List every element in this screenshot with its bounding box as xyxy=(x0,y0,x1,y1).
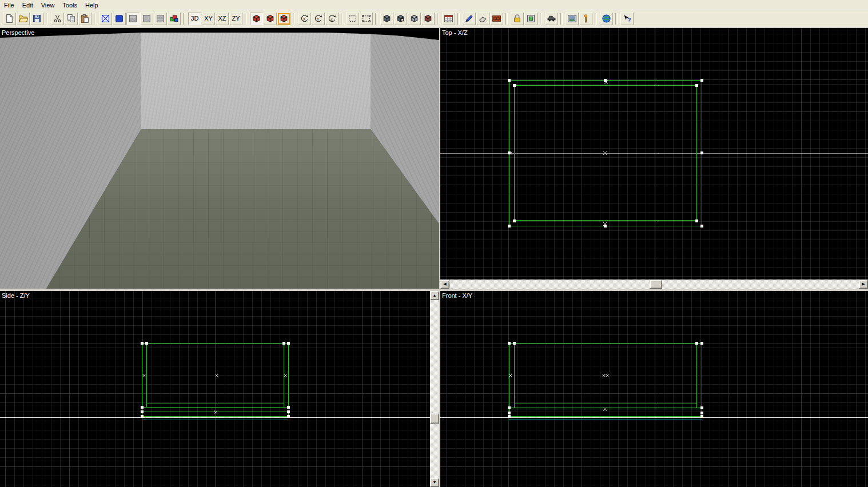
menu-file[interactable]: File xyxy=(0,1,18,9)
rotate-z-button[interactable]: Z xyxy=(325,13,339,25)
cube-maroon-icon xyxy=(423,14,433,23)
view-zy-button-label: ZY xyxy=(232,15,240,22)
match-button[interactable] xyxy=(579,13,592,25)
vertical-scroll-thumb[interactable] xyxy=(430,413,439,424)
scroll-up-button[interactable]: ▲ xyxy=(430,291,439,300)
view-3d-button[interactable]: 3D xyxy=(188,13,201,25)
subtract-block-button[interactable] xyxy=(421,13,435,25)
toolbar-separator xyxy=(341,13,343,25)
pen-icon xyxy=(464,14,474,23)
menu-bar: File Edit View Tools Help xyxy=(0,0,868,10)
table-icon xyxy=(444,14,453,23)
eraser-tool-button[interactable] xyxy=(476,13,489,25)
pen-tool-button[interactable] xyxy=(463,13,476,25)
right-arrow-icon: ▶ xyxy=(862,282,865,286)
scissors-icon xyxy=(53,14,62,23)
menu-tools[interactable]: Tools xyxy=(58,1,81,9)
lock-button[interactable] xyxy=(511,13,524,25)
rotate-x-button[interactable]: X xyxy=(298,13,311,25)
selected-brush-group[interactable] xyxy=(142,344,289,420)
striped-view-button[interactable] xyxy=(154,13,167,25)
toolbar-separator xyxy=(457,13,460,25)
side-viewport[interactable]: Side - Z/Y xyxy=(0,291,430,487)
cube-dark-icon xyxy=(382,14,392,23)
scroll-down-button[interactable]: ▼ xyxy=(430,478,439,487)
texture-table-button[interactable] xyxy=(442,13,455,25)
color-square-icon xyxy=(169,14,179,23)
scroll-right-button[interactable]: ▶ xyxy=(859,280,868,289)
view-xz-button[interactable]: XZ xyxy=(216,13,229,25)
view-zy-button[interactable]: ZY xyxy=(229,13,242,25)
hollow-block-button[interactable] xyxy=(380,13,393,25)
stripe-square-icon xyxy=(156,14,165,23)
up-arrow-icon: ▲ xyxy=(433,293,437,297)
blue-square-icon xyxy=(114,14,124,23)
red-cube-icon xyxy=(252,14,261,23)
paste-button[interactable] xyxy=(78,13,91,25)
open-file-button[interactable] xyxy=(17,13,30,25)
marquee-icon xyxy=(348,14,357,23)
rotate-x-icon: X xyxy=(300,14,309,23)
car-icon xyxy=(547,14,556,23)
carve-block-button[interactable] xyxy=(394,13,407,25)
group-block-button[interactable] xyxy=(408,13,421,25)
menu-help[interactable]: Help xyxy=(81,1,102,9)
front-viewport[interactable]: Front - X/Y xyxy=(440,291,868,487)
transform-select-button[interactable] xyxy=(360,13,373,25)
cut-button[interactable] xyxy=(51,13,64,25)
svg-text:X: X xyxy=(303,17,306,21)
entity-icon xyxy=(526,14,536,23)
marquee-select-button[interactable] xyxy=(346,13,359,25)
globe-icon xyxy=(602,14,611,23)
car-button[interactable] xyxy=(545,13,558,25)
new-file-button[interactable] xyxy=(3,13,16,25)
top-viewport[interactable]: Top - X/Z xyxy=(440,28,868,280)
toolbar-separator xyxy=(46,13,48,25)
red-block-button-2[interactable] xyxy=(264,13,277,25)
toolbar-separator xyxy=(505,13,508,25)
rotate-z-icon: Z xyxy=(327,14,337,23)
menu-edit[interactable]: Edit xyxy=(18,1,37,9)
wireframe-view-button[interactable] xyxy=(99,13,112,25)
top-view-wireframe xyxy=(440,28,868,280)
cube-gray-icon xyxy=(409,14,419,23)
toolbar-separator xyxy=(615,13,618,25)
view-3d-button-label: 3D xyxy=(190,15,198,22)
marquee-move-icon xyxy=(361,14,371,23)
save-file-button[interactable] xyxy=(30,13,43,25)
context-help-button[interactable]: ? xyxy=(620,13,634,25)
shaded-view-button[interactable] xyxy=(113,13,126,25)
red-block-button-1[interactable] xyxy=(250,13,263,25)
image-button[interactable] xyxy=(566,13,579,25)
menu-view[interactable]: View xyxy=(37,1,59,9)
workspace: Perspective xyxy=(0,27,868,487)
floppy-icon xyxy=(32,14,42,23)
selected-brush-group[interactable] xyxy=(509,344,702,420)
bricks-icon xyxy=(492,14,501,23)
paste-icon xyxy=(80,14,90,23)
view-xz-button-label: XZ xyxy=(218,15,226,22)
vertex-handles[interactable] xyxy=(508,342,703,418)
svg-text:Z: Z xyxy=(331,17,333,21)
rotate-y-button[interactable]: Y xyxy=(312,13,325,25)
vertical-scrollbar[interactable]: ▲ ▼ xyxy=(430,291,439,487)
view-xy-button[interactable]: XY xyxy=(202,13,215,25)
scroll-left-button[interactable]: ◀ xyxy=(440,280,449,289)
horizontal-scrollbar[interactable]: ◀ ▶ xyxy=(440,280,868,289)
red-block-button-3[interactable] xyxy=(277,13,290,25)
brick-texture-button[interactable] xyxy=(490,13,503,25)
copy-button[interactable] xyxy=(65,13,78,25)
eraser-icon xyxy=(478,14,488,23)
textured-view-button[interactable] xyxy=(126,13,140,25)
entity-box-button[interactable] xyxy=(524,13,537,25)
room-ceiling xyxy=(0,28,439,42)
flat-view-button[interactable] xyxy=(140,13,153,25)
vertex-handles[interactable] xyxy=(141,342,290,418)
side-view-wireframe xyxy=(0,291,430,487)
horizontal-scroll-thumb[interactable] xyxy=(650,280,662,289)
toolbar: 3DXYXZZYXYZ? xyxy=(0,10,868,27)
globe-button[interactable] xyxy=(600,13,613,25)
perspective-viewport[interactable]: Perspective xyxy=(0,28,439,289)
rotate-y-icon: Y xyxy=(313,14,323,23)
colored-view-button[interactable] xyxy=(168,13,181,25)
